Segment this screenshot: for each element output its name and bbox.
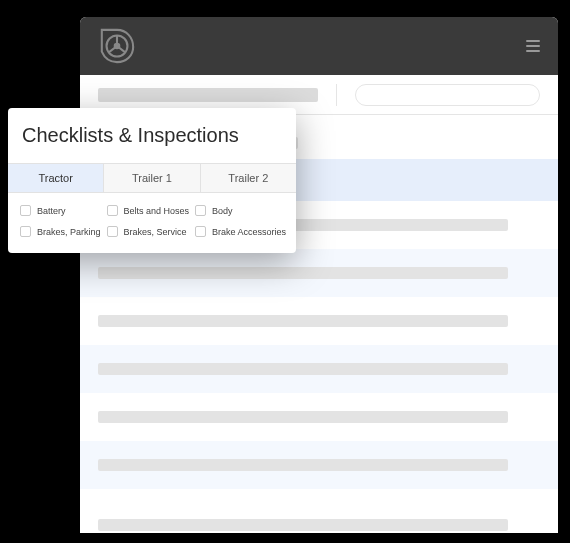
checkbox[interactable]: [195, 226, 206, 237]
tab-trailer-1[interactable]: Trailer 1: [104, 164, 200, 192]
placeholder-line: [98, 267, 508, 279]
check-item-brakes-parking: Brakes, Parking: [20, 226, 101, 237]
menu-icon[interactable]: [526, 40, 540, 52]
tab-tractor[interactable]: Tractor: [8, 164, 104, 192]
check-label: Body: [212, 206, 233, 216]
check-item-belts-hoses: Belts and Hoses: [107, 205, 190, 216]
list-row[interactable]: [80, 297, 558, 345]
app-header: [80, 17, 558, 75]
check-label: Brakes, Parking: [37, 227, 101, 237]
check-item-brakes-service: Brakes, Service: [107, 226, 190, 237]
list-row[interactable]: [80, 393, 558, 441]
list-row[interactable]: [80, 345, 558, 393]
checklist-grid: Battery Belts and Hoses Body Brakes, Par…: [8, 193, 296, 243]
checkbox[interactable]: [107, 205, 118, 216]
checkbox[interactable]: [107, 226, 118, 237]
list-row[interactable]: [80, 249, 558, 297]
svg-point-1: [114, 43, 121, 50]
check-label: Belts and Hoses: [124, 206, 190, 216]
checkbox[interactable]: [20, 205, 31, 216]
checkbox[interactable]: [195, 205, 206, 216]
app-logo: [98, 27, 136, 65]
check-label: Brakes, Service: [124, 227, 187, 237]
placeholder-line: [98, 363, 508, 375]
placeholder-line: [98, 459, 508, 471]
list-row[interactable]: [80, 489, 558, 533]
toolbar-placeholder: [98, 88, 318, 102]
tabs: Tractor Trailer 1 Trailer 2: [8, 163, 296, 193]
check-item-brake-accessories: Brake Accessories: [195, 226, 286, 237]
checkbox[interactable]: [20, 226, 31, 237]
check-label: Brake Accessories: [212, 227, 286, 237]
check-item-body: Body: [195, 205, 286, 216]
placeholder-line: [98, 315, 508, 327]
search-input[interactable]: [355, 84, 540, 106]
tab-trailer-2[interactable]: Trailer 2: [201, 164, 296, 192]
list-row[interactable]: [80, 441, 558, 489]
app-window: [80, 17, 558, 533]
card-title: Checklists & Inspections: [8, 108, 296, 163]
check-label: Battery: [37, 206, 66, 216]
checklist-card: Checklists & Inspections Tractor Trailer…: [8, 108, 296, 253]
check-item-battery: Battery: [20, 205, 101, 216]
toolbar-divider: [336, 84, 337, 106]
placeholder-line: [98, 519, 508, 531]
placeholder-line: [98, 411, 508, 423]
